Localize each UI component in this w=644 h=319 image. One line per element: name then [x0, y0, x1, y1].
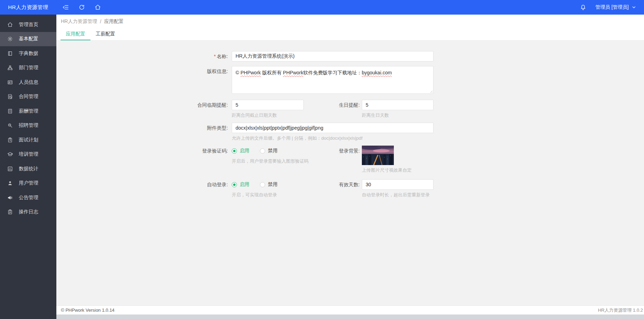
sidebar-item-label: 薪酬管理 — [19, 108, 38, 114]
form-row-captcha-loginbg: 登录验证码: 启用 禁用 开启后，用户登录需要输入 — [56, 146, 644, 173]
bell-icon[interactable] — [580, 4, 586, 10]
home-icon — [7, 22, 13, 27]
contract-reminder-input[interactable] — [232, 100, 304, 110]
user-icon — [7, 180, 13, 186]
copyright-textarea[interactable]: © PHPwork 版权所有 PHPwork软件免费版学习下载地址：bygouk… — [232, 66, 434, 94]
sidebar-item-departments[interactable]: 部门管理 — [0, 61, 56, 75]
sidebar-item-recruitment[interactable]: 招聘管理 — [0, 118, 56, 133]
sidebar-item-label: 用户管理 — [19, 180, 38, 186]
valid-days-hint: 自动登录时长，超出后需重新登录 — [362, 192, 434, 198]
main-content: HR人力资源管理 / 应用配置 应用配置 工薪配置 *名称: — [56, 15, 644, 319]
sidebar-item-contracts[interactable]: 合同管理 — [0, 90, 56, 104]
auto-login-hint: 开启，可实现自动登录 — [232, 192, 304, 198]
sidebar-item-basic-config[interactable]: 基本配置 — [0, 32, 56, 47]
radio-option-label: 启用 — [240, 148, 249, 154]
captcha-label: 登录验证码: — [56, 146, 232, 173]
valid-days-label: 有效天数: — [304, 179, 362, 198]
birthday-reminder-input[interactable] — [362, 100, 434, 110]
sidebar-item-interviews[interactable]: 面试计划 — [0, 133, 56, 147]
gear-icon — [7, 36, 13, 42]
chevron-down-icon — [631, 5, 636, 10]
birthday-reminder-hint: 距离生日天数 — [362, 113, 434, 118]
name-input[interactable] — [232, 51, 434, 62]
sidebar-item-statistics[interactable]: 数据统计 — [0, 162, 56, 176]
sidebar-item-label: 管理首页 — [19, 22, 38, 28]
radio-selected-icon — [232, 148, 237, 154]
sidebar-item-operation-log[interactable]: 操作日志 — [0, 205, 56, 220]
refresh-icon[interactable] — [79, 4, 85, 10]
copyright-label: 版权信息: — [56, 66, 232, 94]
sidebar-item-training[interactable]: 培训管理 — [0, 147, 56, 162]
tab-app-config[interactable]: 应用配置 — [61, 28, 90, 40]
sidebar-item-label: 面试计划 — [19, 137, 38, 143]
sidebar-item-salary[interactable]: 薪酬管理 — [0, 104, 56, 118]
attachment-types-input[interactable] — [232, 123, 434, 133]
bottom-strip — [56, 314, 644, 319]
user-menu-label: 管理员 [管理员] — [595, 4, 629, 10]
sidebar-item-label: 字典数据 — [19, 50, 38, 57]
login-bg-label: 登录背景: — [304, 146, 362, 173]
sitemap-icon — [7, 65, 13, 71]
copyright-text: 软件免费版学习下载地址： — [303, 70, 362, 75]
chart-icon — [7, 166, 13, 172]
home-icon[interactable] — [95, 4, 101, 10]
footer-version-right: HR人力资源管理 1.0.2 — [598, 307, 643, 313]
captcha-hint: 开启后，用户登录需要输入图形验证码 — [232, 158, 304, 164]
login-bg-hint: 上传图片尺寸视效果自定 — [362, 167, 412, 173]
radio-option-label: 启用 — [240, 181, 249, 188]
sidebar-item-label: 招聘管理 — [19, 122, 38, 129]
copyright-text-misspelled: bygoukai.com — [362, 70, 392, 75]
book-icon — [7, 51, 13, 56]
attachment-types-hint: 允许上传的文件后缀。多个用 | 分隔，例如：doc|docx|xlsx|xls|… — [232, 136, 434, 141]
user-menu[interactable]: 管理员 [管理员] — [595, 4, 636, 10]
form-row-reminders: 合同临期提醒: 距离合同截止日期天数 生日提醒: 距离生日天数 — [56, 100, 644, 118]
sidebar-item-home[interactable]: 管理首页 — [0, 17, 56, 32]
auto-login-radio-enable[interactable]: 启用 — [232, 181, 249, 188]
navbar-right: 管理员 [管理员] — [580, 4, 644, 10]
top-navbar: HR人力资源管理 管理员 [管理员] — [0, 0, 644, 15]
recruit-search-icon — [7, 123, 13, 128]
form-row-name: *名称: — [56, 51, 644, 62]
auto-login-label: 自动登录: — [56, 179, 232, 198]
login-background-image[interactable] — [362, 146, 394, 165]
name-label: *名称: — [56, 51, 232, 62]
contract-reminder-label: 合同临期提醒: — [56, 100, 232, 118]
sidebar-item-label: 人员信息 — [19, 79, 38, 85]
copyright-text: 版权所有 — [261, 70, 283, 75]
required-asterisk: * — [214, 54, 216, 59]
radio-selected-icon — [232, 182, 237, 187]
tab-salary-config[interactable]: 工薪配置 — [90, 28, 120, 40]
radio-unselected-icon — [260, 182, 265, 187]
sidebar-item-label: 操作日志 — [19, 209, 38, 215]
sidebar-item-users[interactable]: 用户管理 — [0, 176, 56, 191]
sidebar-item-label: 部门管理 — [19, 65, 38, 71]
auto-login-radio-disable[interactable]: 禁用 — [260, 181, 278, 188]
copyright-text-misspelled: PHPwork — [240, 70, 261, 75]
breadcrumb-separator: / — [100, 19, 101, 24]
menu-fold-icon[interactable] — [63, 4, 69, 10]
id-card-icon — [7, 80, 13, 85]
captcha-radio-enable[interactable]: 启用 — [232, 148, 249, 154]
sidebar-item-announcements[interactable]: 公告管理 — [0, 190, 56, 205]
calculator-icon — [7, 108, 13, 114]
breadcrumb-current: 应用配置 — [104, 18, 124, 25]
sidebar-nav: 管理首页 基本配置 字典数据 部门管理 人员信息 合同管理 — [0, 15, 56, 319]
breadcrumb-root[interactable]: HR人力资源管理 — [61, 18, 97, 25]
sidebar-item-label: 合同管理 — [19, 93, 38, 100]
captcha-radio-group: 启用 禁用 — [232, 146, 304, 156]
auto-login-radio-group: 启用 禁用 — [232, 179, 304, 190]
attachment-types-label: 附件类型: — [56, 123, 232, 141]
config-form: *名称: 版权信息: © PHPwork 版权所有 PHPwork软件免费版学习… — [56, 41, 644, 305]
sidebar-item-personnel[interactable]: 人员信息 — [0, 75, 56, 90]
radio-option-label: 禁用 — [268, 148, 278, 154]
tab-bar: 应用配置 工薪配置 — [56, 28, 644, 41]
form-row-copyright: 版权信息: © PHPwork 版权所有 PHPwork软件免费版学习下载地址：… — [56, 66, 644, 94]
app-brand: HR人力资源管理 — [0, 4, 56, 11]
navbar-icons — [56, 4, 101, 10]
valid-days-input[interactable] — [362, 179, 434, 190]
sidebar-item-dictionary[interactable]: 字典数据 — [0, 46, 56, 61]
captcha-radio-disable[interactable]: 禁用 — [260, 148, 278, 154]
clipboard-icon — [7, 137, 13, 143]
copyright-text: © — [236, 70, 240, 75]
footer-version-left: © PHPwork Version 1.0.14 — [61, 308, 114, 313]
